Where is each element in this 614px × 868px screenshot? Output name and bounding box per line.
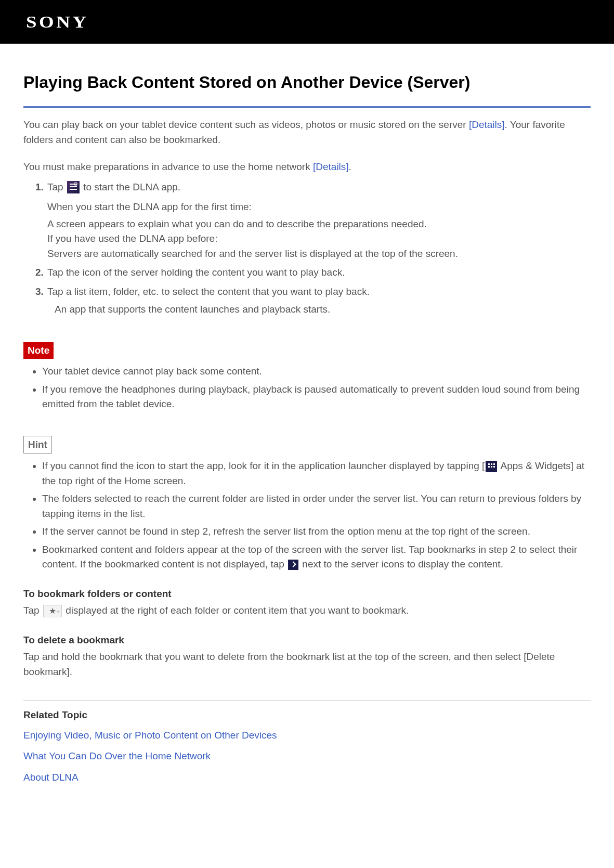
bookmark-text-a: Tap: [23, 605, 42, 616]
sony-logo: SONY: [26, 9, 89, 34]
related-divider: [23, 700, 591, 701]
step-1-sub4: Servers are automatically searched for a…: [47, 247, 591, 262]
hint-1a: If you cannot find the icon to start the…: [42, 460, 485, 471]
bookmark-text-b: displayed at the right of each folder or…: [63, 605, 409, 616]
steps-list: Tap to start the DLNA app. When you star…: [23, 180, 591, 317]
step-3-bullet: An app that supports the content launche…: [55, 302, 591, 317]
step-1-sub2: A screen appears to explain what you can…: [47, 217, 591, 232]
intro-text-2a: You must make preparations in advance to…: [23, 161, 313, 172]
related-topic-title: Related Topic: [23, 708, 591, 723]
note-item: If you remove the headphones during play…: [42, 382, 591, 412]
related-link[interactable]: Enjoying Video, Music or Photo Content o…: [23, 728, 591, 743]
step-1-sub3: If you have used the DLNA app before:: [47, 231, 591, 247]
note-item: Your tablet device cannot play back some…: [42, 364, 591, 379]
hint-list: If you cannot find the icon to start the…: [23, 459, 591, 572]
bookmark-heading: To bookmark folders or content: [23, 587, 591, 602]
intro-text-1a: You can play back on your tablet device …: [23, 119, 469, 130]
star-add-icon: ★: [43, 605, 62, 617]
intro-paragraph-2: You must make preparations in advance to…: [23, 160, 591, 175]
delete-bookmark-heading: To delete a bookmark: [23, 633, 591, 648]
step-1-sub1: When you start the DLNA app for the firs…: [47, 200, 591, 215]
step-3: Tap a list item, folder, etc. to select …: [46, 284, 591, 317]
bookmark-text: Tap ★ displayed at the right of each fol…: [23, 603, 591, 618]
header-bar: SONY: [0, 0, 614, 44]
step-2: Tap the icon of the server holding the c…: [46, 265, 591, 280]
related-link[interactable]: About DLNA: [23, 770, 591, 785]
hint-item: The folders selected to reach the curren…: [42, 491, 591, 521]
main-content: Playing Back Content Stored on Another D…: [0, 44, 614, 817]
note-list: Your tablet device cannot play back some…: [23, 364, 591, 412]
hint-item: If the server cannot be found in step 2,…: [42, 524, 591, 539]
hint-label: Hint: [23, 436, 52, 454]
step-1-text-b: to start the DLNA app.: [81, 182, 180, 192]
hint-item: Bookmarked content and folders appear at…: [42, 542, 591, 572]
step-1: Tap to start the DLNA app. When you star…: [46, 180, 591, 262]
note-label: Note: [23, 342, 54, 359]
page-title: Playing Back Content Stored on Another D…: [23, 70, 591, 108]
hint-4b: next to the server icons to display the …: [299, 559, 503, 569]
details-link-2[interactable]: [Details]: [313, 161, 349, 172]
step-1-text-a: Tap: [47, 182, 66, 192]
intro-text-2b: .: [349, 161, 351, 172]
intro-paragraph-1: You can play back on your tablet device …: [23, 118, 591, 147]
apps-launcher-icon: [486, 461, 497, 472]
delete-bookmark-text: Tap and hold the bookmark that you want …: [23, 650, 591, 679]
dlna-app-icon: [67, 181, 80, 193]
related-link[interactable]: What You Can Do Over the Home Network: [23, 749, 591, 764]
step-3-text: Tap a list item, folder, etc. to select …: [47, 286, 370, 297]
arrow-right-icon: [288, 560, 298, 570]
hint-item: If you cannot find the icon to start the…: [42, 459, 591, 488]
details-link-1[interactable]: [Details]: [469, 119, 505, 130]
